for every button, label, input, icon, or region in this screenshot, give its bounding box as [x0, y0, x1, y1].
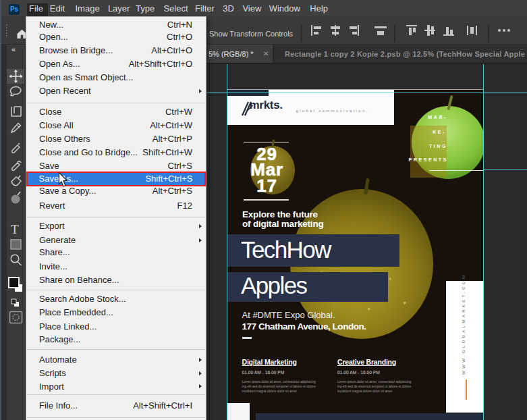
- svg-text:«: «: [11, 45, 16, 53]
- svg-text:T: T: [11, 222, 19, 236]
